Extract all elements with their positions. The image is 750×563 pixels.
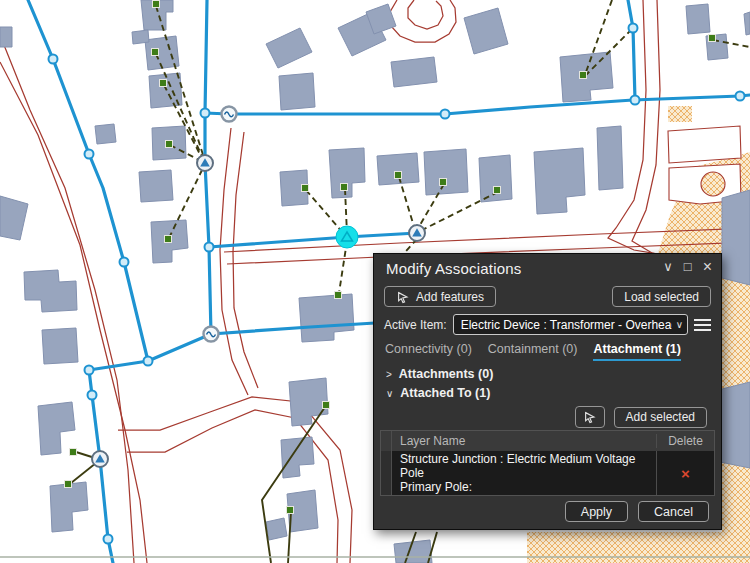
transformer-device[interactable] <box>197 155 213 171</box>
chevron-down-icon: ∨ <box>386 388 393 399</box>
junction-point[interactable] <box>120 258 129 267</box>
cancel-label: Cancel <box>654 505 693 519</box>
service-point[interactable] <box>160 80 167 87</box>
service-point[interactable] <box>323 402 330 409</box>
service-point[interactable] <box>580 72 587 79</box>
transformer-device[interactable] <box>409 225 425 241</box>
building <box>686 4 710 34</box>
attached-to-table: Layer Name Delete Structure Junction : E… <box>380 430 715 496</box>
cursor-arrow-icon <box>396 290 410 304</box>
chevron-down-icon[interactable]: ∨ <box>663 259 673 275</box>
tab-attachment[interactable]: Attachment (1) <box>593 342 681 361</box>
row-gutter[interactable] <box>381 451 392 495</box>
junction-point[interactable] <box>205 243 214 252</box>
service-point[interactable] <box>494 187 501 194</box>
column-delete: Delete <box>656 434 714 448</box>
service-point[interactable] <box>341 184 348 191</box>
building <box>722 190 750 285</box>
row-layer-name-line1: Structure Junction : Electric Medium Vol… <box>400 452 648 480</box>
service-point[interactable] <box>70 449 77 456</box>
attached-to-expander-label: Attached To (1) <box>400 386 490 400</box>
row-layer-name-line2: Primary Pole: <box>400 480 648 494</box>
attachments-expander-label: Attachments (0) <box>399 367 493 381</box>
switch-device[interactable] <box>222 107 237 122</box>
add-selected-button[interactable]: Add selected <box>614 407 707 428</box>
row-layer-name: Structure Junction : Electric Medium Vol… <box>392 451 656 495</box>
building <box>394 540 432 563</box>
building <box>0 27 12 47</box>
cancel-button[interactable]: Cancel <box>638 501 709 522</box>
apply-button[interactable]: Apply <box>565 501 628 522</box>
service-point[interactable] <box>709 35 716 42</box>
delete-icon[interactable]: × <box>681 465 690 482</box>
service-point[interactable] <box>440 179 447 186</box>
cursor-arrow-icon <box>583 410 597 424</box>
vegetation-circle <box>701 172 725 196</box>
building <box>279 73 315 110</box>
menu-icon[interactable] <box>694 319 711 331</box>
active-item-value: Electric Device : Transformer - Overhead… <box>461 318 672 332</box>
building <box>266 518 287 540</box>
table-row[interactable]: Structure Junction : Electric Medium Vol… <box>381 451 714 495</box>
service-point[interactable] <box>395 172 402 179</box>
load-selected-button[interactable]: Load selected <box>612 286 711 307</box>
chevron-down-icon: ∨ <box>672 319 683 330</box>
service-point[interactable] <box>166 141 173 148</box>
maximize-icon[interactable]: □ <box>684 259 692 275</box>
panel-title: Modify Associations <box>386 260 522 277</box>
junction-point[interactable] <box>736 92 745 101</box>
modify-associations-panel: Modify Associations ∨ □ × Add features L… <box>373 253 722 530</box>
active-item-dropdown[interactable]: Electric Device : Transformer - Overhead… <box>453 314 688 335</box>
building <box>42 328 78 364</box>
building <box>718 382 750 468</box>
junction-point[interactable] <box>88 391 97 400</box>
load-selected-label: Load selected <box>624 290 699 304</box>
building <box>132 30 149 44</box>
building <box>424 149 468 195</box>
parcel-outline <box>668 126 741 163</box>
junction-point[interactable] <box>629 24 638 33</box>
junction-point[interactable] <box>85 366 94 375</box>
add-features-label: Add features <box>416 290 484 304</box>
row-delete-cell: × <box>656 451 714 495</box>
selected-transformer[interactable] <box>336 226 358 248</box>
association-tabs: Connectivity (0) Containment (0) Attachm… <box>385 342 681 361</box>
table-gutter <box>381 431 392 451</box>
tab-connectivity[interactable]: Connectivity (0) <box>385 342 472 361</box>
chevron-right-icon: > <box>386 369 392 380</box>
add-features-button[interactable]: Add features <box>384 286 496 307</box>
service-point[interactable] <box>335 292 342 299</box>
service-point[interactable] <box>165 236 172 243</box>
select-tool-button[interactable] <box>575 406 605 428</box>
service-point[interactable] <box>65 481 72 488</box>
active-item-label: Active Item: <box>384 318 447 332</box>
close-icon[interactable]: × <box>703 259 712 275</box>
building <box>391 57 437 87</box>
tab-containment[interactable]: Containment (0) <box>488 342 578 361</box>
add-selected-label: Add selected <box>626 410 695 424</box>
junction-point[interactable] <box>49 55 58 64</box>
building <box>95 124 116 144</box>
vegetation-area <box>668 106 692 122</box>
switch-device[interactable] <box>204 327 219 342</box>
building <box>139 170 173 202</box>
junction-point[interactable] <box>441 110 450 119</box>
building <box>377 153 419 185</box>
service-point[interactable] <box>152 49 159 56</box>
junction-point[interactable] <box>144 357 153 366</box>
attached-to-expander[interactable]: ∨ Attached To (1) <box>386 386 490 400</box>
service-point[interactable] <box>287 507 294 514</box>
service-point[interactable] <box>153 1 160 8</box>
apply-label: Apply <box>581 505 612 519</box>
junction-point[interactable] <box>201 109 210 118</box>
transformer-device[interactable] <box>92 451 108 467</box>
map-view[interactable]: Modify Associations ∨ □ × Add features L… <box>0 0 750 563</box>
junction-point[interactable] <box>631 96 640 105</box>
attachments-expander[interactable]: > Attachments (0) <box>386 367 493 381</box>
building <box>597 126 623 190</box>
junction-point[interactable] <box>104 535 113 544</box>
building <box>479 155 512 202</box>
column-layer-name: Layer Name <box>392 433 656 449</box>
service-point[interactable] <box>302 185 309 192</box>
junction-point[interactable] <box>85 150 94 159</box>
